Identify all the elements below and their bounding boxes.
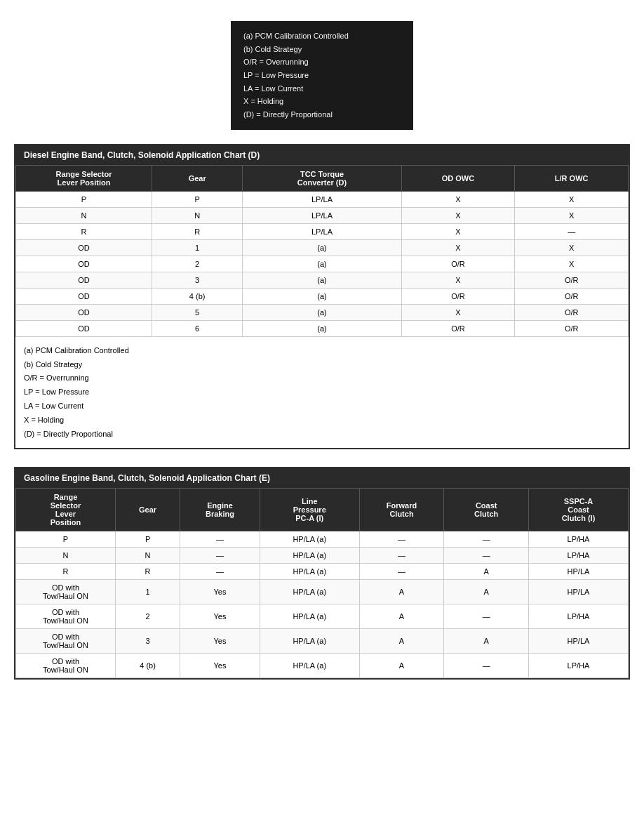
gasoline-header-range: RangeSelectorLeverPosition <box>16 489 116 531</box>
diesel-table: Range SelectorLever Position Gear TCC To… <box>15 165 629 337</box>
table-cell: (a) <box>243 272 401 288</box>
table-cell: R <box>16 223 152 239</box>
table-cell: HP/LA <box>529 580 629 604</box>
table-row: OD withTow/Haul ON1YesHP/LA (a)AAHP/LA <box>16 580 629 604</box>
diesel-footnotes: (a) PCM Calibration Controlled (b) Cold … <box>15 337 629 449</box>
legend-line-4: LP = Low Pressure <box>243 69 401 82</box>
diesel-fn-2: (b) Cold Strategy <box>24 358 620 372</box>
table-cell: A <box>444 580 529 604</box>
table-cell: Yes <box>180 629 260 654</box>
table-cell: HP/LA (a) <box>260 580 359 604</box>
table-cell: OD <box>16 256 152 272</box>
gasoline-chart: Gasoline Engine Band, Clutch, Solenoid A… <box>14 467 630 680</box>
table-row: PPLP/LAXX <box>16 191 629 207</box>
table-cell: 3 <box>115 629 180 654</box>
gasoline-header-gear: Gear <box>115 489 180 531</box>
table-cell: LP/HA <box>529 531 629 548</box>
table-cell: LP/LA <box>243 191 401 207</box>
gasoline-table: RangeSelectorLeverPosition Gear EngineBr… <box>15 488 629 678</box>
table-cell: — <box>359 531 444 548</box>
table-cell: OD withTow/Haul ON <box>16 654 116 678</box>
gasoline-header-coast: CoastClutch <box>444 489 529 531</box>
table-cell: (a) <box>243 288 401 304</box>
table-cell: X <box>515 256 629 272</box>
table-row: OD6(a)O/RO/R <box>16 320 629 336</box>
table-row: PP—HP/LA (a)——LP/HA <box>16 531 629 548</box>
table-cell: OD <box>16 304 152 320</box>
table-cell: A <box>359 629 444 654</box>
legend-line-1: (a) PCM Calibration Controlled <box>243 29 401 43</box>
table-cell: X <box>401 239 515 256</box>
table-cell: O/R <box>401 288 515 304</box>
table-cell: OD withTow/Haul ON <box>16 580 116 604</box>
table-cell: N <box>115 548 180 564</box>
diesel-header-od: OD OWC <box>401 165 515 191</box>
table-cell: N <box>16 548 116 564</box>
table-cell: 2 <box>152 256 243 272</box>
top-legend-box: (a) PCM Calibration Controlled (b) Cold … <box>231 21 413 130</box>
table-cell: (a) <box>243 239 401 256</box>
table-row: OD5(a)XO/R <box>16 304 629 320</box>
table-cell: O/R <box>515 288 629 304</box>
table-cell: O/R <box>515 272 629 288</box>
table-cell: LP/HA <box>529 548 629 564</box>
table-cell: LP/LA <box>243 207 401 223</box>
table-cell: X <box>401 272 515 288</box>
table-cell: 1 <box>115 580 180 604</box>
table-cell: X <box>515 239 629 256</box>
table-cell: A <box>444 629 529 654</box>
table-cell: X <box>401 191 515 207</box>
table-cell: O/R <box>515 320 629 336</box>
table-cell: (a) <box>243 256 401 272</box>
table-cell: — <box>180 564 260 580</box>
table-row: RRLP/LAX— <box>16 223 629 239</box>
legend-line-7: (D) = Directly Proportional <box>243 108 401 121</box>
table-cell: A <box>444 564 529 580</box>
table-row: RR—HP/LA (a)—AHP/LA <box>16 564 629 580</box>
table-row: OD withTow/Haul ON2YesHP/LA (a)A—LP/HA <box>16 604 629 629</box>
table-cell: 3 <box>152 272 243 288</box>
table-cell: P <box>16 531 116 548</box>
table-cell: 4 (b) <box>152 288 243 304</box>
table-cell: HP/LA (a) <box>260 604 359 629</box>
table-cell: R <box>115 564 180 580</box>
diesel-fn-6: X = Holding <box>24 413 620 428</box>
gasoline-header-row: RangeSelectorLeverPosition Gear EngineBr… <box>16 489 629 531</box>
table-cell: 1 <box>152 239 243 256</box>
table-cell: OD withTow/Haul ON <box>16 604 116 629</box>
table-cell: LP/HA <box>529 654 629 678</box>
table-cell: 4 (b) <box>115 654 180 678</box>
table-cell: X <box>401 207 515 223</box>
diesel-fn-4: LP = Low Pressure <box>24 385 620 399</box>
table-cell: P <box>152 191 243 207</box>
table-cell: — <box>444 531 529 548</box>
gasoline-header-forward: ForwardClutch <box>359 489 444 531</box>
table-row: OD withTow/Haul ON4 (b)YesHP/LA (a)A—LP/… <box>16 654 629 678</box>
diesel-chart: Diesel Engine Band, Clutch, Solenoid App… <box>14 144 630 450</box>
table-cell: HP/LA (a) <box>260 531 359 548</box>
table-cell: LP/HA <box>529 604 629 629</box>
table-cell: (a) <box>243 304 401 320</box>
table-cell: A <box>359 654 444 678</box>
diesel-fn-5: LA = Low Current <box>24 399 620 413</box>
table-cell: R <box>152 223 243 239</box>
table-row: NN—HP/LA (a)——LP/HA <box>16 548 629 564</box>
table-cell: 6 <box>152 320 243 336</box>
legend-line-5: LA = Low Current <box>243 82 401 95</box>
table-cell: HP/LA (a) <box>260 548 359 564</box>
diesel-header-row: Range SelectorLever Position Gear TCC To… <box>16 165 629 191</box>
table-cell: HP/LA (a) <box>260 654 359 678</box>
table-row: OD2(a)O/RX <box>16 256 629 272</box>
table-cell: Yes <box>180 604 260 629</box>
table-cell: X <box>515 207 629 223</box>
table-cell: O/R <box>401 320 515 336</box>
table-cell: O/R <box>515 304 629 320</box>
table-cell: X <box>401 304 515 320</box>
table-cell: Yes <box>180 654 260 678</box>
diesel-chart-title: Diesel Engine Band, Clutch, Solenoid App… <box>15 145 629 165</box>
table-cell: 5 <box>152 304 243 320</box>
table-row: OD4 (b)(a)O/RO/R <box>16 288 629 304</box>
table-cell: X <box>515 191 629 207</box>
table-cell: — <box>359 564 444 580</box>
table-cell: LP/LA <box>243 223 401 239</box>
